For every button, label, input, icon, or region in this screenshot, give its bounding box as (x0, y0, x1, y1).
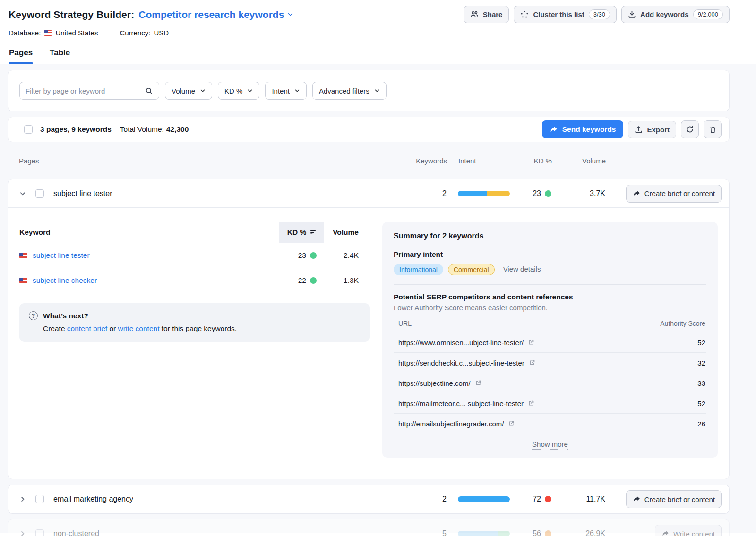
intent-bar (458, 191, 510, 196)
advanced-filters-dropdown[interactable]: Advanced filters (312, 82, 387, 100)
view-details-link[interactable]: View details (503, 265, 541, 274)
intent-filter-dropdown[interactable]: Intent (265, 82, 307, 100)
write-content-link[interactable]: write content (118, 324, 160, 332)
competitors-column-headers: URL Authority Score (394, 320, 706, 332)
kd-value: 23 (533, 189, 541, 198)
serp-competitors-title: Potential SERP competitors and content r… (394, 293, 706, 301)
competitor-row: http://emailsubjectlinegrader.com/ 26 (394, 414, 706, 434)
create-brief-label: Create brief or content (644, 189, 715, 197)
show-more-link[interactable]: Show more (532, 440, 568, 450)
whats-next-part1: Create (43, 324, 67, 332)
column-authority-score: Authority Score (660, 320, 705, 327)
filter-bar: Volume KD % Intent Advanced filters (8, 70, 730, 111)
search-input[interactable] (20, 82, 139, 99)
commercial-intent-badge: Commercial (448, 264, 495, 275)
collapse-chevron-icon[interactable] (19, 190, 26, 197)
competitor-row: https://subjectline.com/ 33 (394, 373, 706, 393)
expand-chevron-icon[interactable] (19, 496, 26, 502)
share-icon (470, 10, 479, 18)
kd-status-dot (545, 190, 551, 197)
row-checkbox[interactable] (35, 529, 44, 536)
us-flag-icon (19, 278, 27, 283)
page-name: email marketing agency (53, 495, 133, 503)
download-icon (628, 10, 636, 18)
authority-score: 32 (697, 359, 705, 367)
column-intent: Intent (458, 157, 510, 165)
send-keywords-label: Send keywords (562, 125, 616, 134)
keyword-link[interactable]: subject line checker (19, 276, 279, 285)
keyword-link[interactable]: subject line tester (19, 251, 279, 260)
volume-value: 2.4K (324, 251, 370, 260)
external-link-icon[interactable] (508, 420, 515, 427)
share-button[interactable]: Share (464, 6, 509, 23)
keyword-row: subject line checker 22 1.3K (19, 268, 370, 293)
write-content-label: Write content (673, 530, 715, 536)
chevron-down-icon (247, 88, 253, 94)
external-link-icon[interactable] (528, 400, 534, 407)
kw-column-keyword: Keyword (19, 228, 279, 237)
database-meta: Database: United States (9, 29, 98, 37)
volume-filter-dropdown[interactable]: Volume (165, 82, 212, 100)
page-card-email-marketing-agency: email marketing agency 2 72 11.7K Create… (8, 485, 730, 514)
external-link-icon[interactable] (528, 339, 534, 346)
chevron-down-icon (374, 88, 380, 94)
refresh-icon (686, 125, 694, 134)
tab-pages[interactable]: Pages (9, 48, 33, 64)
export-button[interactable]: Export (628, 121, 676, 138)
currency-value: USD (154, 29, 169, 37)
delete-button[interactable] (704, 120, 722, 138)
kd-value: 23 (298, 251, 306, 260)
export-icon (635, 126, 643, 134)
chevron-down-icon (294, 88, 300, 94)
content-brief-link[interactable]: content brief (67, 324, 107, 332)
currency-label: Currency: (120, 29, 150, 37)
cluster-icon (520, 10, 529, 19)
tab-table[interactable]: Table (50, 48, 70, 64)
keywords-count: 5 (415, 529, 447, 536)
refresh-button[interactable] (681, 120, 699, 138)
authority-score: 26 (697, 420, 705, 428)
write-content-button[interactable]: Write content (655, 525, 722, 536)
table-row: email marketing agency 2 72 11.7K Create… (8, 485, 729, 513)
view-tabs: Pages Table (9, 48, 730, 64)
volume-value: 11.7K (563, 495, 605, 503)
app-header: Keyword Strategy Builder: Competitor res… (0, 0, 756, 64)
kw-column-kd-sorted[interactable]: KD % (279, 222, 324, 243)
page-name: non-clustered (53, 529, 99, 536)
create-brief-button[interactable]: Create brief or content (626, 490, 722, 508)
list-picker-dropdown[interactable]: Competitor research keywords (138, 9, 293, 20)
currency-meta: Currency: USD (120, 29, 169, 37)
row-checkbox[interactable] (35, 495, 44, 503)
expanded-detail: Keyword KD % Volume subject line tester (8, 208, 729, 479)
search-icon (145, 87, 153, 95)
column-volume: Volume (563, 157, 606, 165)
row-checkbox[interactable] (35, 189, 44, 198)
keywords-count: 2 (415, 189, 447, 198)
search-group (19, 82, 159, 100)
share-label: Share (483, 10, 503, 18)
kd-filter-dropdown[interactable]: KD % (218, 82, 259, 100)
kd-value: 56 (533, 529, 541, 536)
cluster-list-button[interactable]: Cluster this list 3/30 (514, 6, 617, 23)
add-keywords-label: Add keywords (640, 10, 689, 18)
create-brief-button[interactable]: Create brief or content (626, 185, 722, 203)
keywords-count-badge: 9/2,000 (693, 9, 723, 19)
add-keywords-button[interactable]: Add keywords 9/2,000 (621, 6, 730, 23)
list-name: Competitor research keywords (138, 9, 284, 20)
whats-next-part2: or (107, 324, 118, 332)
whats-next-text: Create content brief or write content fo… (43, 324, 361, 333)
sort-descending-icon (310, 230, 316, 235)
table-column-headers: Pages Keywords Intent KD % Volume (8, 147, 730, 174)
expand-chevron-icon[interactable] (19, 530, 26, 536)
table-row: non-clustered 5 56 26.9K Write content (8, 519, 729, 536)
summary-title: Summary for 2 keywords (394, 232, 706, 240)
competitor-url: https://mailmeteor.c... subject-line-tes… (398, 400, 524, 408)
page-card-subject-line-tester: subject line tester 2 23 3.7K Create bri… (8, 179, 730, 479)
send-keywords-button[interactable]: Send keywords (542, 120, 624, 138)
external-link-icon[interactable] (475, 380, 481, 386)
search-button[interactable] (139, 82, 159, 99)
select-all-checkbox[interactable] (24, 125, 33, 134)
total-volume-label: Total Volume: (120, 125, 164, 134)
external-link-icon[interactable] (529, 359, 535, 366)
total-volume-value: 42,300 (166, 125, 189, 134)
